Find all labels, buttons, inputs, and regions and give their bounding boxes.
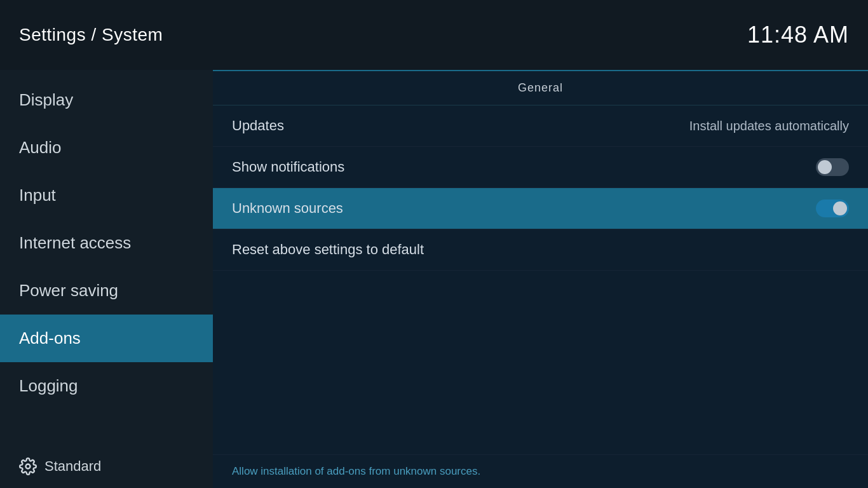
toggle-knob-show-notifications: [818, 160, 832, 174]
sidebar: DisplayAudioInputInternet accessPower sa…: [0, 70, 213, 488]
toggle-show-notifications[interactable]: [816, 158, 849, 176]
sidebar-item-internet-access[interactable]: Internet access: [0, 219, 213, 267]
setting-label-updates: Updates: [232, 118, 284, 134]
sidebar-item-input[interactable]: Input: [0, 172, 213, 219]
toggle-unknown-sources[interactable]: [816, 200, 849, 217]
settings-level-label: Standard: [44, 458, 101, 475]
header: Settings / System 11:48 AM: [0, 0, 868, 70]
sidebar-footer[interactable]: Standard: [0, 445, 213, 488]
svg-point-0: [26, 464, 31, 469]
sidebar-item-display[interactable]: Display: [0, 76, 213, 124]
setting-label-show-notifications: Show notifications: [232, 159, 344, 175]
toggle-knob-unknown-sources: [833, 201, 847, 215]
clock: 11:48 AM: [747, 22, 849, 48]
settings-list: UpdatesInstall updates automaticallyShow…: [213, 105, 868, 454]
section-header: General: [213, 71, 868, 105]
setting-row-reset-settings[interactable]: Reset above settings to default: [213, 229, 868, 271]
sidebar-item-power-saving[interactable]: Power saving: [0, 267, 213, 315]
page-title: Settings / System: [19, 25, 163, 45]
setting-label-reset-settings: Reset above settings to default: [232, 241, 424, 258]
setting-row-unknown-sources[interactable]: Unknown sources: [213, 188, 868, 229]
content-footer-hint: Allow installation of add-ons from unkno…: [213, 454, 868, 488]
setting-label-unknown-sources: Unknown sources: [232, 200, 343, 217]
setting-row-updates[interactable]: UpdatesInstall updates automatically: [213, 105, 868, 147]
setting-row-show-notifications[interactable]: Show notifications: [213, 147, 868, 188]
main-layout: DisplayAudioInputInternet accessPower sa…: [0, 70, 868, 488]
setting-value-updates: Install updates automatically: [689, 119, 849, 133]
sidebar-item-audio[interactable]: Audio: [0, 124, 213, 172]
sidebar-item-add-ons[interactable]: Add-ons: [0, 315, 213, 362]
content-area: General UpdatesInstall updates automatic…: [213, 70, 868, 488]
gear-icon: [19, 458, 37, 475]
sidebar-item-logging[interactable]: Logging: [0, 362, 213, 410]
